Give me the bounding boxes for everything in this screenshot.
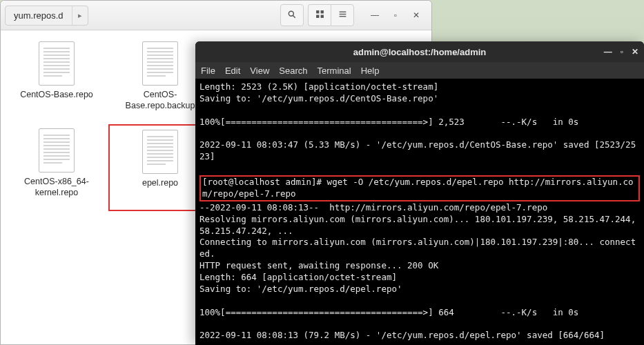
file-label: CentOS-Base.repo [20, 90, 93, 101]
terminal-title: admin@localhost:/home/admin [353, 47, 487, 57]
window-controls: ― ▫ ✕ [368, 8, 423, 22]
file-label: epel.repo [142, 178, 178, 189]
menu-item-search[interactable]: Search [279, 66, 307, 76]
svg-rect-5 [320, 15, 323, 18]
menu-item-file[interactable]: File [201, 66, 215, 76]
chevron-right-icon[interactable]: ▸ [72, 7, 88, 24]
minimize-icon: ― [604, 47, 612, 57]
file-item[interactable]: CentOS-Base.repo [5, 37, 108, 124]
view-list-button[interactable] [331, 4, 354, 26]
breadcrumb-segment[interactable]: yum.repos.d [6, 6, 72, 25]
close-icon: ✕ [632, 47, 638, 57]
search-button[interactable] [280, 4, 304, 26]
close-icon: ✕ [413, 10, 420, 20]
breadcrumb[interactable]: yum.repos.d ▸ [5, 6, 88, 26]
text-file-icon [39, 41, 75, 86]
close-button[interactable]: ✕ [632, 47, 638, 57]
close-button[interactable]: ✕ [409, 8, 423, 22]
file-item[interactable]: CentOS-x86_64-kernel.repo [5, 124, 108, 211]
svg-rect-2 [316, 10, 319, 13]
list-icon [338, 10, 347, 21]
svg-rect-4 [316, 15, 319, 18]
terminal-text-after: --2022-09-11 08:08:13-- http://mirrors.a… [199, 202, 641, 341]
svg-rect-3 [320, 10, 323, 13]
maximize-icon: ▫ [394, 10, 397, 20]
terminal-titlebar[interactable]: admin@localhost:/home/admin ― ▫ ✕ [195, 41, 644, 62]
grid-icon [315, 10, 324, 21]
search-icon [287, 10, 297, 21]
terminal-output[interactable]: Length: 2523 (2.5K) [application/octet-s… [195, 79, 644, 345]
text-file-icon [39, 128, 75, 172]
terminal-window-controls: ― ▫ ✕ [604, 47, 638, 57]
file-manager-titlebar: yum.repos.d ▸ ― ▫ ✕ [1, 1, 431, 30]
view-grid-button[interactable] [308, 4, 331, 26]
menu-item-terminal[interactable]: Terminal [318, 66, 351, 76]
highlighted-command: [root@localhost admin]# wget -O /etc/yum… [199, 175, 640, 201]
view-switch [308, 4, 354, 26]
menu-item-edit[interactable]: Edit [225, 66, 240, 76]
maximize-icon: ▫ [621, 47, 623, 57]
text-file-icon [142, 130, 178, 174]
text-file-icon [142, 41, 178, 86]
minimize-icon: ― [371, 10, 379, 20]
file-label: CentOS-Base.repo.backup [115, 90, 205, 111]
maximize-button[interactable]: ▫ [389, 8, 402, 22]
menu-item-view[interactable]: View [250, 66, 269, 76]
svg-point-0 [289, 11, 293, 16]
minimize-button[interactable]: ― [368, 8, 382, 22]
file-label: CentOS-x86_64-kernel.repo [12, 177, 101, 198]
terminal-window: admin@localhost:/home/admin ― ▫ ✕ FileEd… [195, 41, 644, 345]
maximize-button[interactable]: ▫ [621, 47, 623, 57]
terminal-menubar: FileEditViewSearchTerminalHelp [195, 62, 644, 79]
terminal-text-before: Length: 2523 (2.5K) [application/octet-s… [199, 81, 636, 161]
menu-item-help[interactable]: Help [361, 66, 380, 76]
minimize-button[interactable]: ― [604, 47, 612, 57]
svg-line-1 [293, 15, 295, 17]
